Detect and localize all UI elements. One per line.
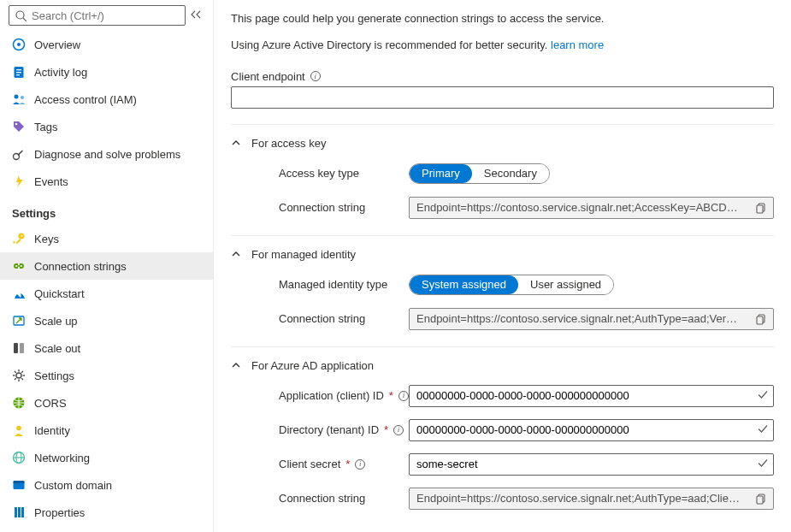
sidebar-item-iam[interactable]: Access control (IAM) <box>0 86 213 113</box>
events-icon <box>12 174 26 188</box>
sidebar-item-cors[interactable]: CORS <box>0 389 213 417</box>
access-key-conn-value[interactable]: Endpoint=https://contoso.service.signalr… <box>410 201 749 214</box>
sidebar-item-label: Settings <box>34 369 74 382</box>
pill-secondary[interactable]: Secondary <box>472 164 549 183</box>
chevron-up-icon <box>231 360 241 370</box>
keys-icon <box>12 232 26 245</box>
info-icon[interactable]: i <box>310 71 321 81</box>
sidebar-item-quickstart[interactable]: Quickstart <box>0 280 213 307</box>
pill-primary[interactable]: Primary <box>410 164 472 183</box>
sidebar-item-label: Events <box>34 175 68 188</box>
search-box[interactable] <box>9 5 186 26</box>
activity-icon <box>12 65 26 79</box>
access-key-conn-box: Endpoint=https://contoso.service.signalr… <box>409 197 774 219</box>
intro-line-2: Using Azure Active Directory is recommen… <box>231 37 774 55</box>
sidebar-item-diag[interactable]: Diagnose and solve problems <box>0 140 213 168</box>
sidebar-item-label: Activity log <box>34 66 87 79</box>
aad-secret-input[interactable] <box>409 453 774 476</box>
access-key-type-toggle[interactable]: Primary Secondary <box>409 163 550 184</box>
sidebar-section-settings: Settings <box>0 195 213 225</box>
required-marker: * <box>389 389 393 402</box>
sidebar-item-label: Access control (IAM) <box>34 93 137 106</box>
required-marker: * <box>345 458 350 470</box>
managed-conn-label: Connection string <box>279 312 365 325</box>
copy-icon <box>755 493 767 505</box>
client-endpoint-label: Client endpoint <box>231 70 305 83</box>
sidebar-item-connstr[interactable]: Connection strings <box>0 252 213 280</box>
sidebar-item-label: Quickstart <box>34 287 85 300</box>
aad-client-id-input[interactable] <box>409 385 774 407</box>
check-icon <box>757 457 769 469</box>
sidebar-item-label: Networking <box>34 452 90 464</box>
sidebar-item-label: CORS <box>34 397 67 410</box>
aad-secret-label: Client secret <box>279 458 340 470</box>
sidebar-item-customdomain[interactable]: Custom domain <box>0 471 213 499</box>
access-key-type-label: Access key type <box>279 167 359 180</box>
info-icon[interactable]: i <box>393 425 404 435</box>
sidebar-item-tags[interactable]: Tags <box>0 113 213 140</box>
sidebar-item-activity[interactable]: Activity log <box>0 58 213 86</box>
main-content: This page could help you generate connec… <box>214 0 791 532</box>
chevron-up-icon <box>231 249 241 259</box>
sidebar-item-label: Scale up <box>34 315 78 328</box>
networking-icon <box>12 451 26 464</box>
scaleup-icon <box>12 314 26 328</box>
client-endpoint-input[interactable] <box>231 86 774 109</box>
sidebar: OverviewActivity logAccess control (IAM)… <box>0 0 214 532</box>
sidebar-item-scaleup[interactable]: Scale up <box>0 307 213 334</box>
connstr-icon <box>12 259 26 273</box>
search-icon <box>15 9 27 21</box>
customdomain-icon <box>12 478 26 492</box>
copy-button[interactable] <box>749 198 773 218</box>
sidebar-item-label: Diagnose and solve problems <box>34 148 180 161</box>
copy-button[interactable] <box>749 309 773 329</box>
aad-conn-label: Connection string <box>279 492 365 505</box>
learn-more-link[interactable]: learn more <box>551 38 604 51</box>
check-icon <box>757 423 769 434</box>
tags-icon <box>12 120 26 133</box>
sidebar-item-overview[interactable]: Overview <box>0 31 213 58</box>
copy-icon <box>755 202 767 214</box>
sidebar-item-label: Scale out <box>34 342 80 355</box>
chevron-up-icon <box>231 138 241 148</box>
sidebar-item-settings[interactable]: Settings <box>0 362 213 389</box>
quickstart-icon <box>12 287 26 300</box>
sidebar-item-label: Overview <box>34 38 80 51</box>
info-icon[interactable]: i <box>355 459 365 470</box>
overview-icon <box>12 38 26 51</box>
aad-conn-value[interactable]: Endpoint=https://contoso.service.signalr… <box>410 492 749 505</box>
managed-conn-box: Endpoint=https://contoso.service.signalr… <box>409 308 774 330</box>
sidebar-item-label: Identity <box>34 424 70 437</box>
sidebar-item-label: Custom domain <box>34 479 112 492</box>
section-toggle-access-key[interactable]: For access key <box>231 137 774 150</box>
section-toggle-managed-identity[interactable]: For managed identity <box>231 248 774 261</box>
sidebar-item-scaleout[interactable]: Scale out <box>0 334 213 362</box>
managed-type-label: Managed identity type <box>279 278 387 291</box>
collapse-sidebar-button[interactable] <box>186 5 206 26</box>
copy-button[interactable] <box>749 488 773 509</box>
aad-tenant-id-input[interactable] <box>409 419 774 441</box>
sidebar-item-networking[interactable]: Networking <box>0 444 213 471</box>
intro-line-1: This page could help you generate connec… <box>231 10 774 28</box>
required-marker: * <box>384 423 388 436</box>
diag-icon <box>12 147 26 161</box>
search-input[interactable] <box>30 9 180 23</box>
chevron-left-double-icon <box>190 9 202 21</box>
sidebar-item-label: Properties <box>34 506 85 519</box>
sidebar-item-label: Keys <box>34 233 59 245</box>
sidebar-item-properties[interactable]: Properties <box>0 499 213 526</box>
aad-tenant-id-label: Directory (tenant) ID <box>279 423 379 436</box>
identity-icon <box>12 423 26 437</box>
scaleout-icon <box>12 341 26 355</box>
sidebar-item-keys[interactable]: Keys <box>0 225 213 252</box>
managed-conn-value[interactable]: Endpoint=https://contoso.service.signalr… <box>410 312 749 325</box>
sidebar-item-events[interactable]: Events <box>0 168 213 195</box>
pill-user-assigned[interactable]: User assigned <box>518 275 613 294</box>
section-toggle-aad[interactable]: For Azure AD application <box>231 359 774 372</box>
sidebar-item-identity[interactable]: Identity <box>0 417 213 444</box>
aad-client-id-label: Application (client) ID <box>279 389 384 402</box>
pill-system-assigned[interactable]: System assigned <box>410 275 518 294</box>
managed-type-toggle[interactable]: System assigned User assigned <box>409 275 614 295</box>
info-icon[interactable]: i <box>398 391 409 401</box>
copy-icon <box>755 313 767 325</box>
